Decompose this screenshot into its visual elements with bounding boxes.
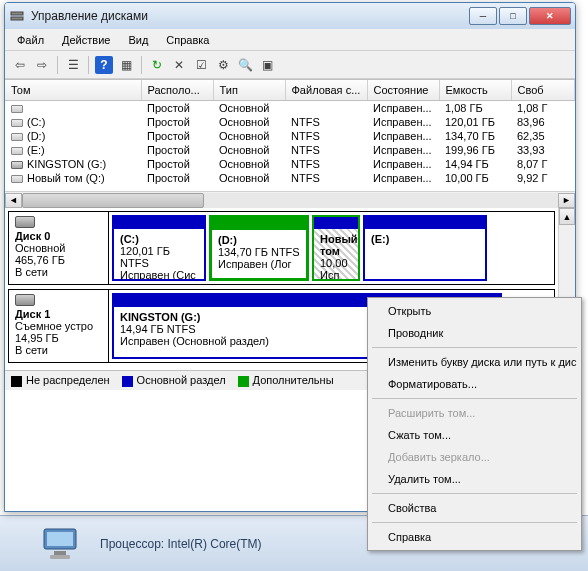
cpu-info: Процессор: Intel(R) Core(TM) bbox=[100, 537, 262, 551]
back-icon[interactable]: ⇦ bbox=[11, 56, 29, 74]
legend-unallocated: Не распределен bbox=[11, 374, 110, 387]
col-free[interactable]: Своб bbox=[511, 80, 575, 101]
legend-extended: Дополнительны bbox=[238, 374, 334, 387]
col-layout[interactable]: Располо... bbox=[141, 80, 213, 101]
app-icon bbox=[9, 8, 25, 24]
svg-rect-4 bbox=[11, 12, 23, 15]
computer-icon bbox=[40, 527, 80, 561]
svg-rect-5 bbox=[11, 17, 23, 20]
svg-rect-3 bbox=[50, 555, 70, 559]
menu-view[interactable]: Вид bbox=[120, 31, 156, 49]
disk-icon bbox=[15, 294, 35, 306]
ctx-explorer[interactable]: Проводник bbox=[370, 322, 579, 344]
col-capacity[interactable]: Емкость bbox=[439, 80, 511, 101]
help-icon[interactable]: ? bbox=[95, 56, 113, 74]
table-header-row: Том Располо... Тип Файловая с... Состоян… bbox=[5, 80, 575, 101]
partition[interactable]: Новый том10,00Исп bbox=[312, 215, 360, 281]
disk-info[interactable]: Диск 1Съемное устро14,95 ГБВ сети bbox=[9, 290, 109, 362]
partition[interactable]: (E:) bbox=[363, 215, 487, 281]
menubar: Файл Действие Вид Справка bbox=[5, 29, 575, 51]
partition[interactable]: (D:)134,70 ГБ NTFSИсправен (Лог bbox=[209, 215, 309, 281]
ctx-format[interactable]: Форматировать... bbox=[370, 373, 579, 395]
settings-icon[interactable]: ⚙ bbox=[214, 56, 232, 74]
close-button[interactable]: ✕ bbox=[529, 7, 571, 25]
window-title: Управление дисками bbox=[31, 9, 469, 23]
drive-icon bbox=[11, 119, 23, 127]
delete-icon[interactable]: ✕ bbox=[170, 56, 188, 74]
context-menu: Открыть Проводник Изменить букву диска и… bbox=[367, 297, 582, 551]
scroll-up-icon[interactable]: ▲ bbox=[559, 208, 575, 225]
scroll-right-icon[interactable]: ► bbox=[558, 193, 575, 208]
ctx-shrink[interactable]: Сжать том... bbox=[370, 424, 579, 446]
table-row[interactable]: KINGSTON (G:)ПростойОсновнойNTFSИсправен… bbox=[5, 157, 575, 171]
drive-icon bbox=[11, 175, 23, 183]
horizontal-scrollbar[interactable]: ◄ ► bbox=[5, 191, 575, 208]
ctx-extend: Расширить том... bbox=[370, 402, 579, 424]
table-row[interactable]: (E:)ПростойОсновнойNTFSИсправен...199,96… bbox=[5, 143, 575, 157]
menu-help[interactable]: Справка bbox=[158, 31, 217, 49]
titlebar[interactable]: Управление дисками ─ □ ✕ bbox=[5, 3, 575, 29]
ctx-change-letter[interactable]: Изменить букву диска или путь к дис bbox=[370, 351, 579, 373]
drive-icon bbox=[11, 147, 23, 155]
col-status[interactable]: Состояние bbox=[367, 80, 439, 101]
disk-info[interactable]: Диск 0Основной465,76 ГБВ сети bbox=[9, 212, 109, 284]
minimize-button[interactable]: ─ bbox=[469, 7, 497, 25]
table-row[interactable]: ПростойОсновнойИсправен...1,08 ГБ1,08 Г bbox=[5, 101, 575, 116]
svg-rect-2 bbox=[54, 551, 66, 555]
list-icon[interactable]: ▦ bbox=[117, 56, 135, 74]
scroll-thumb[interactable] bbox=[22, 193, 204, 208]
drive-icon bbox=[11, 133, 23, 141]
view-icon[interactable]: ▣ bbox=[258, 56, 276, 74]
properties-icon[interactable]: ☑ bbox=[192, 56, 210, 74]
ctx-open[interactable]: Открыть bbox=[370, 300, 579, 322]
ctx-properties[interactable]: Свойства bbox=[370, 497, 579, 519]
maximize-button[interactable]: □ bbox=[499, 7, 527, 25]
table-row[interactable]: Новый том (Q:)ПростойОсновнойNTFSИсправе… bbox=[5, 171, 575, 185]
svg-rect-1 bbox=[47, 532, 73, 546]
tree-icon[interactable]: ☰ bbox=[64, 56, 82, 74]
col-type[interactable]: Тип bbox=[213, 80, 285, 101]
table-row[interactable]: (D:)ПростойОсновнойNTFSИсправен...134,70… bbox=[5, 129, 575, 143]
svg-rect-0 bbox=[44, 529, 76, 549]
forward-icon[interactable]: ⇨ bbox=[33, 56, 51, 74]
search-icon[interactable]: 🔍 bbox=[236, 56, 254, 74]
partition-strip: (C:)120,01 ГБ NTFSИсправен (Сис(D:)134,7… bbox=[109, 212, 554, 284]
menu-file[interactable]: Файл bbox=[9, 31, 52, 49]
drive-icon bbox=[11, 105, 23, 113]
ctx-mirror: Добавить зеркало... bbox=[370, 446, 579, 468]
drive-icon bbox=[11, 161, 23, 169]
legend-primary: Основной раздел bbox=[122, 374, 226, 387]
col-fs[interactable]: Файловая с... bbox=[285, 80, 367, 101]
disk-icon bbox=[15, 216, 35, 228]
toolbar: ⇦ ⇨ ☰ ? ▦ ↻ ✕ ☑ ⚙ 🔍 ▣ bbox=[5, 51, 575, 79]
partition[interactable]: (C:)120,01 ГБ NTFSИсправен (Сис bbox=[112, 215, 206, 281]
menu-action[interactable]: Действие bbox=[54, 31, 118, 49]
disk-row: Диск 0Основной465,76 ГБВ сети(C:)120,01 … bbox=[8, 211, 555, 285]
refresh-icon[interactable]: ↻ bbox=[148, 56, 166, 74]
volume-table[interactable]: Том Располо... Тип Файловая с... Состоян… bbox=[5, 80, 575, 185]
ctx-delete[interactable]: Удалить том... bbox=[370, 468, 579, 490]
scroll-left-icon[interactable]: ◄ bbox=[5, 193, 22, 208]
col-volume[interactable]: Том bbox=[5, 80, 141, 101]
table-row[interactable]: (C:)ПростойОсновнойNTFSИсправен...120,01… bbox=[5, 115, 575, 129]
ctx-help[interactable]: Справка bbox=[370, 526, 579, 548]
